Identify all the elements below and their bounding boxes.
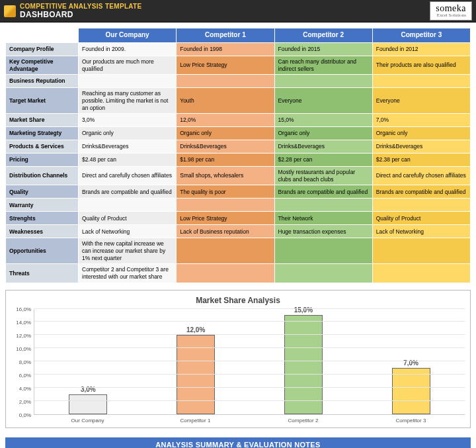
table-cell[interactable] bbox=[274, 264, 372, 283]
table-cell[interactable]: 12,0% bbox=[177, 114, 274, 127]
table-cell[interactable] bbox=[79, 75, 177, 88]
chart-bar-cell: 15,0% bbox=[250, 309, 358, 414]
chart-gridline bbox=[34, 400, 465, 401]
chart-gridline bbox=[34, 374, 465, 375]
table-cell[interactable]: Founded in 2009. bbox=[79, 43, 177, 56]
table-cell[interactable] bbox=[177, 264, 274, 283]
table-row: Products & ServicesDrinks&BeveragesDrink… bbox=[6, 140, 471, 154]
table-cell[interactable]: Drinks&Beverages bbox=[274, 140, 372, 154]
table-cell[interactable]: Founded in 2012 bbox=[372, 43, 470, 56]
table-row: Warranty bbox=[6, 199, 471, 212]
table-row: Target MarketReaching as many customer a… bbox=[6, 88, 471, 114]
chart-y-tick: 16,0% bbox=[16, 306, 31, 312]
table-cell[interactable] bbox=[372, 238, 470, 264]
table-cell[interactable]: 7,0% bbox=[372, 114, 470, 127]
chart-gridline bbox=[34, 321, 465, 322]
chart-bar-cell: 7,0% bbox=[357, 309, 465, 414]
table-cell[interactable] bbox=[274, 199, 372, 212]
table-cell[interactable]: Founded in 2015 bbox=[274, 43, 372, 56]
table-cell[interactable]: $2.38 per can bbox=[372, 154, 470, 167]
template-title: COMPETITIVE ANALYSIS TEMPLATE bbox=[20, 3, 141, 10]
table-cell[interactable]: Organic only bbox=[274, 127, 372, 140]
brand-tagline: Excel Solutions bbox=[436, 13, 466, 18]
table-row: ThreatsCompetitor 2 and Competitor 3 are… bbox=[6, 264, 471, 283]
table-cell[interactable]: 3,0% bbox=[79, 114, 177, 127]
row-label: Market Share bbox=[6, 114, 79, 127]
table-cell[interactable]: Their Network bbox=[274, 212, 372, 225]
table-cell[interactable]: Lack of Networking bbox=[79, 225, 177, 238]
competitive-analysis-table: Our Company Competitor 1 Competitor 2 Co… bbox=[5, 28, 471, 283]
notes-heading: ANALYSIS SUMMARY & EVALUATION NOTES bbox=[5, 437, 471, 449]
chart-bar-cell: 12,0% bbox=[142, 309, 250, 414]
table-cell[interactable] bbox=[177, 75, 274, 88]
table-cell[interactable]: Huge transaction expenses bbox=[274, 225, 372, 238]
table-cell[interactable]: 15,0% bbox=[274, 114, 372, 127]
table-cell[interactable] bbox=[372, 264, 470, 283]
table-cell[interactable]: $1.98 per can bbox=[177, 154, 274, 167]
table-row: Market Share3,0%12,0%15,0%7,0% bbox=[6, 114, 471, 127]
table-cell[interactable]: Everyone bbox=[274, 88, 372, 114]
table-cell[interactable]: Our products are much more qualified bbox=[79, 56, 177, 75]
chart-plot: 3,0%12,0%15,0%7,0% bbox=[34, 309, 465, 415]
table-row: OpportunitiesWith the new capital increa… bbox=[6, 238, 471, 264]
brand-name: someka bbox=[436, 4, 466, 13]
chart-x-label: Competitor 3 bbox=[357, 415, 465, 424]
table-row: Company ProfileFounded in 2009.Founded i… bbox=[6, 43, 471, 56]
table-cell[interactable]: Brands are compatible and qualified bbox=[372, 185, 470, 199]
table-cell[interactable] bbox=[79, 199, 177, 212]
app-header: COMPETITIVE ANALYSIS TEMPLATE DASHBOARD … bbox=[0, 0, 476, 22]
table-cell[interactable]: Direct and carefully chosen affiliates bbox=[372, 167, 470, 185]
table-cell[interactable]: Organic only bbox=[372, 127, 470, 140]
chart-y-tick: 12,0% bbox=[16, 332, 31, 338]
table-cell[interactable]: Mostly restaurants and popular clubs and… bbox=[274, 167, 372, 185]
table-cell[interactable] bbox=[372, 75, 470, 88]
table-cell[interactable]: Organic only bbox=[79, 127, 177, 140]
table-cell[interactable]: Founded in 1998 bbox=[177, 43, 274, 56]
col-header-competitor-3: Competitor 3 bbox=[372, 28, 470, 43]
table-cell[interactable]: Their products are also qualified bbox=[372, 56, 470, 75]
table-cell[interactable]: Competitor 2 and Competitor 3 are intere… bbox=[79, 264, 177, 283]
table-cell[interactable]: Lack of Networking bbox=[372, 225, 470, 238]
table-cell[interactable]: Low Price Strategy bbox=[177, 212, 274, 225]
col-header-competitor-1: Competitor 1 bbox=[177, 28, 274, 43]
table-cell[interactable]: The quality is poor bbox=[177, 185, 274, 199]
table-header-row: Our Company Competitor 1 Competitor 2 Co… bbox=[6, 28, 471, 43]
table-cell[interactable]: Organic only bbox=[177, 127, 274, 140]
table-row: QualityBrands are compatible and qualifi… bbox=[6, 185, 471, 199]
chart-bar: 7,0% bbox=[392, 368, 430, 414]
table-cell[interactable]: Drinks&Beverages bbox=[177, 140, 274, 154]
chart-y-tick: 10,0% bbox=[16, 345, 31, 351]
table-cell[interactable]: Drinks&Beverages bbox=[79, 140, 177, 154]
table-cell[interactable]: Youth bbox=[177, 88, 274, 114]
chart-x-label: Our Company bbox=[34, 415, 141, 424]
table-cell[interactable]: Small shops, wholesalers bbox=[177, 167, 274, 185]
chart-y-tick: 6,0% bbox=[19, 372, 31, 378]
table-cell[interactable]: Drinks&Beverages bbox=[372, 140, 470, 154]
table-cell[interactable]: With the new capital increase we can inc… bbox=[79, 238, 177, 264]
table-cell[interactable]: Quality of Product bbox=[372, 212, 470, 225]
table-cell[interactable]: Can reach many distributor and indirect … bbox=[274, 56, 372, 75]
table-cell[interactable]: Brands are compatible and qualified bbox=[79, 185, 177, 199]
table-cell[interactable]: $2.48 per can bbox=[79, 154, 177, 167]
table-cell[interactable] bbox=[177, 199, 274, 212]
table-cell[interactable] bbox=[274, 75, 372, 88]
table-cell[interactable]: Direct and carefully chosen affiliates bbox=[79, 167, 177, 185]
table-cell[interactable]: Brands are compatible and qualified bbox=[274, 185, 372, 199]
table-cell[interactable] bbox=[372, 199, 470, 212]
table-cell[interactable]: $2.28 per can bbox=[274, 154, 372, 167]
row-label: Target Market bbox=[6, 88, 79, 114]
table-cell[interactable]: Everyone bbox=[372, 88, 470, 114]
row-label: Opportunities bbox=[6, 238, 79, 264]
table-cell[interactable] bbox=[274, 238, 372, 264]
table-cell[interactable]: Low Price Strategy bbox=[177, 56, 274, 75]
table-cell[interactable]: Quality of Product bbox=[79, 212, 177, 225]
chart-bar: 12,0% bbox=[177, 335, 215, 414]
chart-y-tick: 8,0% bbox=[19, 359, 31, 365]
table-cell[interactable]: Lack of Business reputation bbox=[177, 225, 274, 238]
chart-y-tick: 2,0% bbox=[19, 398, 31, 404]
chart-bar: 15,0% bbox=[284, 315, 323, 414]
table-row: Pricing$2.48 per can$1.98 per can$2.28 p… bbox=[6, 154, 471, 167]
row-label: Strenghts bbox=[6, 212, 79, 225]
table-cell[interactable] bbox=[177, 238, 274, 264]
table-cell[interactable]: Reaching as many customer as possible. L… bbox=[79, 88, 177, 114]
